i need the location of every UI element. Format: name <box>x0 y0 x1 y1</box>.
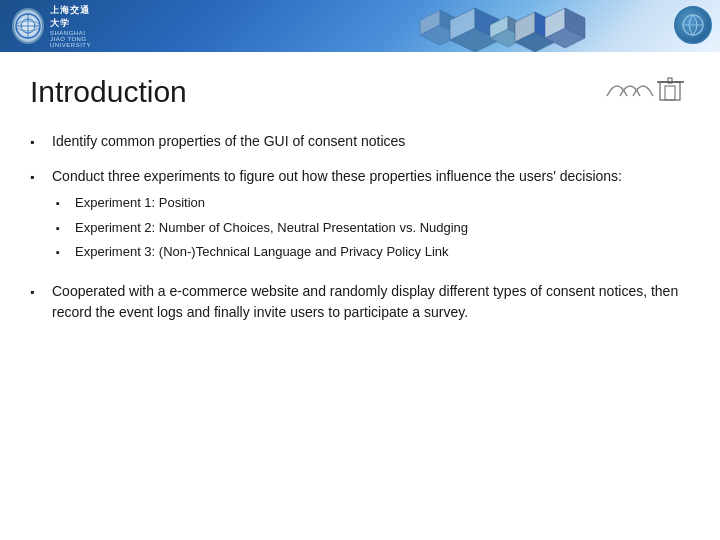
university-logo: 上海交通大学 SHANGHAI JIAO TONG UNIVERSITY <box>12 7 92 45</box>
sub-bullet-text-2: Experiment 2: Number of Choices, Neutral… <box>75 218 468 238</box>
bullet-marker-3: ▪ <box>30 283 46 301</box>
svg-rect-22 <box>660 82 680 100</box>
sub-bullet-marker-2: ▪ <box>56 220 70 237</box>
header-banner: 上海交通大学 SHANGHAI JIAO TONG UNIVERSITY <box>0 0 720 52</box>
sub-bullet-marker-1: ▪ <box>56 195 70 212</box>
svg-rect-23 <box>665 86 675 100</box>
header-right-emblem <box>674 6 712 44</box>
content-logo <box>602 68 692 104</box>
sub-bullet-marker-3: ▪ <box>56 244 70 261</box>
list-item-3: ▪ Cooperated with a e-commerce website a… <box>30 281 690 323</box>
logo-circle <box>12 8 44 44</box>
main-bullet-list: ▪ Identify common properties of the GUI … <box>30 131 690 323</box>
bullet-text-2-block: Conduct three experiments to figure out … <box>52 166 690 267</box>
sub-bullet-text-3: Experiment 3: (Non-)Technical Language a… <box>75 242 449 262</box>
sub-list-item-3: ▪ Experiment 3: (Non-)Technical Language… <box>56 242 690 262</box>
bullet-marker-1: ▪ <box>30 133 46 151</box>
sub-bullet-text-1: Experiment 1: Position <box>75 193 205 213</box>
university-name-cn: 上海交通大学 <box>50 4 92 30</box>
sub-list-item-1: ▪ Experiment 1: Position <box>56 193 690 213</box>
list-item-2: ▪ Conduct three experiments to figure ou… <box>30 166 690 267</box>
bullet-marker-2: ▪ <box>30 168 46 186</box>
university-name: 上海交通大学 SHANGHAI JIAO TONG UNIVERSITY <box>50 4 92 48</box>
page-title: Introduction <box>30 72 690 111</box>
university-name-en: SHANGHAI JIAO TONG UNIVERSITY <box>50 30 92 48</box>
list-item-1: ▪ Identify common properties of the GUI … <box>30 131 690 152</box>
header-decoration <box>360 0 660 52</box>
bullet-text-2: Conduct three experiments to figure out … <box>52 168 622 184</box>
sub-list-item-2: ▪ Experiment 2: Number of Choices, Neutr… <box>56 218 690 238</box>
bullet-text-1: Identify common properties of the GUI of… <box>52 131 690 152</box>
sub-bullet-list: ▪ Experiment 1: Position ▪ Experiment 2:… <box>56 193 690 262</box>
bullet-text-3: Cooperated with a e-commerce website and… <box>52 281 690 323</box>
